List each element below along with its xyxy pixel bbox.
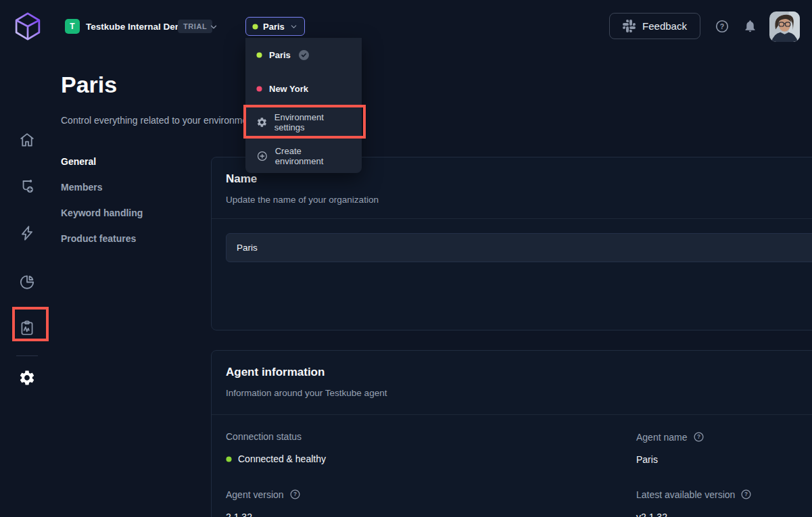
nav-item-general[interactable]: General [61, 156, 143, 167]
name-card: Name Update the name of your organizatio… [211, 157, 812, 330]
name-card-title: Name [226, 172, 812, 186]
page-title: Paris [61, 72, 117, 98]
agent-version-label: Agent version [226, 489, 284, 500]
environment-selector-label: Paris [263, 22, 285, 32]
sidebar [0, 54, 54, 517]
user-avatar-image [769, 11, 800, 42]
sidebar-divider [16, 355, 38, 356]
chevron-down-icon [289, 22, 298, 31]
help-icon[interactable]: ? [740, 489, 752, 500]
agent-card-subtitle: Information around your Testkube agent [226, 388, 812, 398]
settings-nav: General Members Keyword handling Product… [61, 156, 143, 259]
connection-status-label: Connection status [226, 431, 326, 442]
connection-status-dot [226, 456, 232, 462]
agent-card-title: Agent information [226, 366, 812, 379]
org-name-input[interactable] [226, 233, 812, 262]
notifications-bell-icon[interactable] [743, 19, 757, 33]
dropdown-newyork-label: New York [269, 84, 308, 94]
topbar: T Testkube Internal Demo TRIAL Paris Fee… [0, 0, 812, 54]
latest-version-label: Latest available version [636, 489, 735, 500]
feedback-button[interactable]: Feedback [609, 13, 700, 39]
dropdown-create-environment-label: Create environment [275, 146, 351, 166]
sidebar-triggers-icon[interactable] [18, 224, 36, 242]
org-chevron-down-icon[interactable] [209, 22, 218, 32]
agent-info-card: Agent information Information around you… [211, 350, 812, 517]
slack-icon [623, 20, 636, 32]
nav-item-members[interactable]: Members [61, 182, 143, 193]
org-avatar-badge[interactable]: T [65, 19, 80, 34]
sidebar-settings-gear-icon[interactable] [18, 369, 36, 387]
feedback-label: Feedback [642, 20, 687, 32]
sidebar-insights-icon[interactable] [18, 273, 36, 291]
selected-check-icon [297, 49, 310, 61]
gear-icon [256, 116, 268, 128]
sidebar-monitoring-icon[interactable] [18, 319, 36, 337]
help-icon[interactable]: ? [289, 489, 301, 500]
agent-version-value: 2.1.32 [226, 512, 252, 517]
environment-selector-button[interactable]: Paris [245, 17, 305, 36]
nav-item-keyword-handling[interactable]: Keyword handling [61, 207, 143, 218]
paris-env-dot [256, 52, 262, 58]
card-divider [212, 414, 812, 415]
nav-item-product-features[interactable]: Product features [61, 233, 143, 244]
agent-name-field: Agent name ? Paris [636, 431, 704, 465]
org-initial: T [70, 22, 74, 31]
dropdown-item-new-york[interactable]: New York [245, 72, 362, 105]
sidebar-workflows-icon[interactable] [18, 177, 36, 195]
newyork-env-dot [256, 86, 262, 92]
latest-version-field: Latest available version ? v2.1.32 [636, 489, 752, 517]
agent-name-value: Paris [636, 454, 658, 465]
dropdown-item-environment-settings[interactable]: Environment settings [245, 105, 362, 139]
plus-circle-icon [256, 150, 268, 162]
card-divider [212, 218, 812, 219]
trial-badge: TRIAL [178, 20, 212, 33]
svg-text:?: ? [720, 22, 724, 30]
agent-name-label: Agent name [636, 432, 688, 443]
svg-text:?: ? [293, 491, 297, 497]
help-icon[interactable]: ? [715, 19, 730, 34]
agent-version-field: Agent version ? 2.1.32 [226, 489, 301, 517]
org-name[interactable]: Testkube Internal Demo [86, 22, 189, 32]
user-avatar[interactable] [769, 11, 800, 42]
svg-text:?: ? [697, 434, 700, 440]
dropdown-environment-settings-label: Environment settings [274, 112, 351, 132]
connection-status-value: Connected & healthy [238, 453, 326, 464]
connection-status-field: Connection status Connected & healthy [226, 431, 326, 464]
testkube-logo-icon [9, 6, 46, 47]
environment-dropdown: Paris New York Environment settings Crea… [245, 38, 362, 173]
env-status-dot [252, 24, 258, 30]
dropdown-paris-label: Paris [269, 50, 291, 60]
latest-version-value: v2.1.32 [636, 512, 667, 517]
help-icon[interactable]: ? [693, 431, 704, 443]
name-card-subtitle: Update the name of your organization [226, 195, 812, 205]
dropdown-item-paris[interactable]: Paris [245, 38, 362, 72]
dropdown-item-create-environment[interactable]: Create environment [245, 139, 362, 173]
sidebar-home-icon[interactable] [18, 131, 36, 149]
svg-text:?: ? [744, 491, 748, 497]
